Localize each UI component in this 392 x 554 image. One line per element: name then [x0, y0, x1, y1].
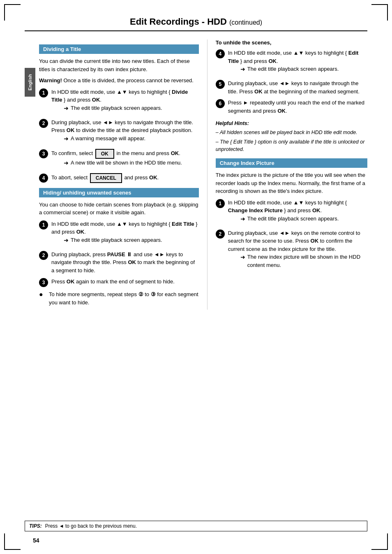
step-unhide-6: 6 Press ► repeatedly until you reach the…	[216, 99, 367, 115]
step-unhide-4: 4 In HDD title edit mode, use ▲▼ keys to…	[216, 49, 367, 76]
index-intro: The index picture is the picture of the …	[216, 171, 367, 195]
page: Edit Recordings - HDD (continued) Englis…	[0, 0, 392, 554]
hint-2: – The { Edit Title } option is only avai…	[216, 138, 367, 154]
corner-decoration-br	[371, 533, 388, 550]
cancel-button-inline: CANCEL	[90, 173, 122, 183]
section-header-hiding: Hiding/ unhiding unwanted scenes	[39, 188, 199, 197]
step-index-1-arrow: ➜ The edit title playback screen appears…	[240, 215, 367, 223]
step-divide-3: 3 To confirm, select OK in the menu and …	[39, 149, 199, 170]
helpful-hints-title: Helpful Hints:	[216, 120, 367, 127]
step-hide-3: 3 Press OK again to mark the end of segm…	[39, 278, 199, 287]
hiding-intro: You can choose to hide certain scenes fr…	[39, 201, 199, 217]
step-unhide-5: 5 During playback, use ◄► keys to naviga…	[216, 79, 367, 95]
helpful-hints: Helpful Hints: – All hidden scenes will …	[216, 120, 367, 153]
page-number: 54	[33, 537, 39, 544]
step2-arrow: ➜ A warning message will appear.	[64, 134, 199, 143]
step-hide-num-3: 3	[39, 278, 48, 287]
tips-bar: TIPS: Press ◄ to go back to the previous…	[25, 521, 367, 531]
left-column: Dividing a Title You can divide the curr…	[39, 39, 207, 310]
step-divide-4: 4 To abort, select CANCEL and press OK.	[39, 173, 199, 183]
dividing-warning: Warning! Once a title is divided, the pr…	[39, 76, 199, 85]
section-header-dividing: Dividing a Title	[39, 44, 199, 54]
title-text: Edit Recordings - HDD	[130, 16, 227, 27]
right-column: To unhide the scenes, 4 In HDD title edi…	[207, 39, 367, 310]
corner-decoration-bl	[4, 533, 21, 550]
step1-arrow: ➜ The edit title playback screen appears…	[64, 104, 199, 113]
title-suffix: (continued)	[229, 19, 262, 26]
step-index-num-1: 1	[216, 199, 225, 208]
step-hide-2: 2 During playback, press PAUSE ⏸ and use…	[39, 250, 199, 275]
step-index-2-arrow: ➜ The new index picture will be shown in…	[240, 253, 367, 269]
step-divide-1: 1 In HDD title edit mode, use ▲▼ keys to…	[39, 88, 199, 115]
step-unhide-num-6: 6	[216, 99, 225, 108]
tips-label: TIPS:	[29, 523, 42, 529]
hint-1: – All hidden scenes will be played back …	[216, 129, 367, 137]
step-unhide-num-4: 4	[216, 49, 225, 58]
step-index-2: 2 During playback, use ◄► keys on the re…	[216, 229, 367, 272]
corner-decoration-tl	[4, 4, 21, 21]
sidebar-language-label: English	[25, 68, 35, 97]
bullet-hide-repeat: ● To hide more segments, repeat steps ② …	[39, 290, 199, 306]
step-num-4: 4	[39, 174, 48, 183]
corner-decoration-tr	[371, 4, 388, 21]
step-index-num-2: 2	[216, 229, 225, 239]
dividing-intro: You can divide the current title into tw…	[39, 57, 199, 73]
tips-text: Press ◄ to go back to the previous menu.	[45, 523, 137, 529]
step-num-3: 3	[39, 149, 48, 158]
step-index-1: 1 In HDD title edit mode, use ▲▼ keys to…	[216, 199, 367, 226]
ok-button-inline: OK	[95, 149, 114, 159]
step-hide-1: 1 In HDD title edit mode, use ▲▼ keys to…	[39, 220, 199, 247]
step3-arrow: ➜ A new title will be shown in the HDD t…	[64, 159, 199, 167]
unhide-heading: To unhide the scenes,	[216, 39, 367, 46]
step-num-2: 2	[39, 119, 48, 128]
step-hide-1-arrow: ➜ The edit title playback screen appears…	[64, 236, 199, 245]
header-divider	[25, 30, 367, 31]
step-unhide-4-arrow: ➜ The edit title playback screen appears…	[240, 65, 367, 74]
step-divide-2: 2 During playback, use ◄► keys to naviga…	[39, 118, 199, 146]
step-hide-num-2: 2	[39, 251, 48, 260]
step-hide-num-1: 1	[39, 220, 48, 229]
content-area: Dividing a Title You can divide the curr…	[0, 39, 392, 351]
section-header-index: Change Index Picture	[216, 158, 367, 168]
page-title: Edit Recordings - HDD (continued)	[0, 12, 392, 27]
step-num-1: 1	[39, 88, 48, 97]
step-unhide-num-5: 5	[216, 80, 225, 89]
